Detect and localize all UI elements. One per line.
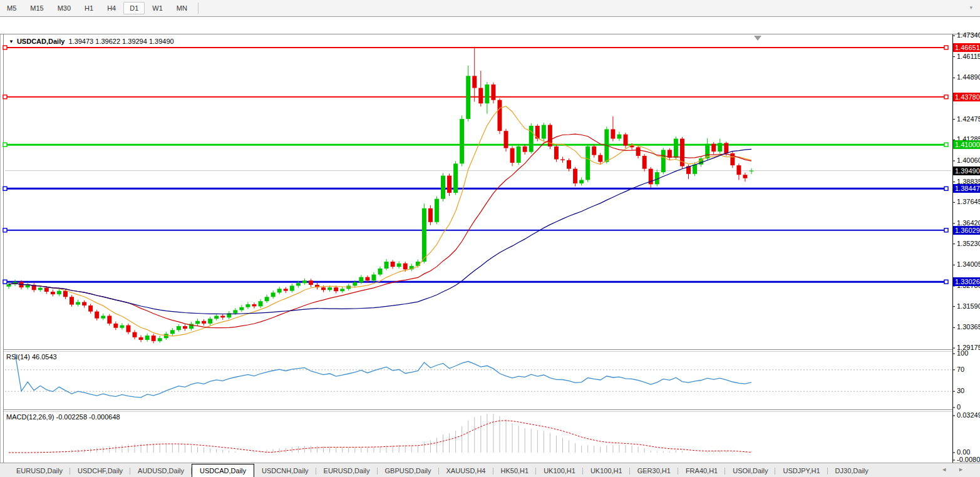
chart-tab-bar: EURUSD,DailyUSDCHF,DailyAUDUSD,DailyUSDC… <box>0 463 980 477</box>
candle-body-34 <box>220 315 225 317</box>
moving-average-20 <box>9 134 751 328</box>
level-endpoint-marker-left-5[interactable] <box>3 280 7 284</box>
candle-body-73 <box>466 76 470 119</box>
candle-body-50 <box>321 287 326 290</box>
candle-body-76 <box>485 85 489 103</box>
level-endpoint-marker-right-5[interactable] <box>944 280 948 284</box>
candle-body-36 <box>233 310 237 313</box>
symbol-dropdown-icon[interactable]: ▼ <box>9 39 14 44</box>
candle-body-20 <box>133 332 137 337</box>
chart-tab-uk100-h1-10[interactable]: UK100,H1 <box>583 465 630 477</box>
timeframe-button-h4[interactable]: H4 <box>101 2 122 14</box>
candle-body-45 <box>290 285 294 290</box>
timeframe-button-mn[interactable]: MN <box>170 2 193 14</box>
candle-body-32 <box>208 319 212 324</box>
tab-scroll-right-icon[interactable]: ► <box>958 466 975 473</box>
price-tick-label-1.42475: 1.42475 <box>957 115 980 123</box>
candle-body-22 <box>145 336 150 340</box>
candle-body-97 <box>617 135 621 139</box>
candle-body-12 <box>82 302 86 305</box>
timeframe-button-m30[interactable]: M30 <box>51 2 77 14</box>
timeframe-button-d1[interactable]: D1 <box>123 2 145 14</box>
price-axis-badge-1.46651[interactable]: 1.46651 <box>953 43 980 52</box>
candle-body-61 <box>391 262 395 267</box>
toolbar-overflow-icon[interactable]: ▾ <box>969 4 972 11</box>
price-axis-badge-1.36029[interactable]: 1.36029 <box>953 226 980 235</box>
chart-tab-usdcnh-daily-4[interactable]: USDCNH,Daily <box>254 465 316 477</box>
level-endpoint-marker-right-1[interactable] <box>944 95 948 99</box>
candle-body-116 <box>736 165 741 175</box>
candle-body-59 <box>378 269 383 275</box>
rsi-tick-label-100: 100 <box>957 349 968 357</box>
chart-tab-eurusd-daily-0[interactable]: EURUSD,Daily <box>9 465 70 477</box>
price-axis-badge-1.33026[interactable]: 1.33026 <box>953 277 980 286</box>
candle-body-104 <box>661 150 666 172</box>
chart-tab-hk50-h1-8[interactable]: HK50,H1 <box>493 465 537 477</box>
chart-shift-marker-icon[interactable] <box>754 36 761 41</box>
candle-body-28 <box>183 326 187 329</box>
price-tick-label-1.31590: 1.31590 <box>957 302 980 310</box>
chart-title: ▼USDCAD,Daily 1.39473 1.39622 1.39294 1.… <box>9 38 174 45</box>
candle-body-87 <box>554 146 559 160</box>
price-tick-label-1.44890: 1.44890 <box>957 73 980 81</box>
candle-body-13 <box>88 305 93 312</box>
chart-tab-fra40-h1-12[interactable]: FRA40,H1 <box>678 465 725 477</box>
chart-tab-audusd-daily-2[interactable]: AUDUSD,Daily <box>130 465 192 477</box>
chart-window: ▼USDCAD,Daily 1.39473 1.39622 1.39294 1.… <box>0 17 980 462</box>
timeframe-button-w1[interactable]: W1 <box>146 2 169 14</box>
level-endpoint-marker-right-0[interactable] <box>944 46 948 49</box>
candle-body-91 <box>579 180 584 183</box>
level-endpoint-marker-right-4[interactable] <box>944 228 948 232</box>
chart-tab-usdchf-daily-1[interactable]: USDCHF,Daily <box>70 465 130 477</box>
candle-body-114 <box>724 143 728 153</box>
candle-body-94 <box>598 155 602 162</box>
candle-body-60 <box>384 262 389 269</box>
candle-body-77 <box>491 85 495 100</box>
level-endpoint-marker-left-3[interactable] <box>3 187 7 190</box>
level-endpoint-marker-right-2[interactable] <box>944 143 948 146</box>
level-endpoint-marker-left-2[interactable] <box>3 143 7 146</box>
chart-tab-gbpusd-daily-6[interactable]: GBPUSD,Daily <box>378 465 439 477</box>
candle-body-27 <box>177 326 181 330</box>
chart-tab-uk100-h1-9[interactable]: UK100,H1 <box>536 465 583 477</box>
chart-tab-eurusd-daily-5[interactable]: EURUSD,Daily <box>316 465 378 477</box>
chart-tab-dj30-daily-15[interactable]: DJ30,Daily <box>828 465 876 477</box>
tab-scroll-arrows: ◄► <box>941 466 975 473</box>
tab-scroll-left-icon[interactable]: ◄ <box>941 466 958 473</box>
candle-body-37 <box>239 307 244 310</box>
level-endpoint-marker-left-0[interactable] <box>3 46 7 49</box>
chart-tab-xauusd-h4-7[interactable]: XAUUSD,H4 <box>439 465 493 477</box>
candle-body-58 <box>371 275 376 281</box>
toolbar-divider <box>198 3 199 14</box>
trading-platform-window: M5M15M30H1H4D1W1MN ▾ ▼USDCAD,Daily 1.394… <box>0 0 980 477</box>
timeframe-button-m5[interactable]: M5 <box>1 2 23 14</box>
chart-tab-usdcad-daily-3[interactable]: USDCAD,Daily <box>192 464 254 477</box>
candle-body-80 <box>510 148 515 163</box>
candle-body-11 <box>76 302 80 305</box>
price-axis-badge-1.41000[interactable]: 1.41000 <box>953 140 980 149</box>
candle-body-89 <box>567 160 571 169</box>
chart-canvas[interactable] <box>0 17 980 477</box>
candle-body-5 <box>38 288 43 290</box>
chart-tab-usdjpy-h1-14[interactable]: USDJPY,H1 <box>775 465 827 477</box>
candle-body-66 <box>422 208 426 262</box>
chart-tab-usoil-daily-13[interactable]: USOil,Daily <box>725 465 775 477</box>
candle-body-109 <box>693 165 697 174</box>
candle-body-90 <box>573 169 577 183</box>
timeframe-button-h1[interactable]: H1 <box>78 2 100 14</box>
chart-tab-ger30-h1-11[interactable]: GER30,H1 <box>630 465 678 477</box>
candle-body-31 <box>202 321 206 324</box>
candle-body-113 <box>718 143 722 151</box>
candle-body-96 <box>611 129 615 138</box>
level-endpoint-marker-right-3[interactable] <box>944 187 948 190</box>
price-axis-badge-1.38447[interactable]: 1.38447 <box>953 184 980 193</box>
candle-body-81 <box>517 146 521 163</box>
timeframe-button-group: M5M15M30H1H4D1W1MN <box>0 2 194 14</box>
timeframe-button-m15[interactable]: M15 <box>24 2 49 14</box>
candle-body-79 <box>504 131 508 148</box>
candle-body-57 <box>365 277 369 280</box>
candle-body-93 <box>592 146 596 155</box>
price-axis-badge-1.43780[interactable]: 1.43780 <box>953 93 980 101</box>
level-endpoint-marker-left-1[interactable] <box>3 95 7 99</box>
level-endpoint-marker-left-4[interactable] <box>3 228 7 232</box>
